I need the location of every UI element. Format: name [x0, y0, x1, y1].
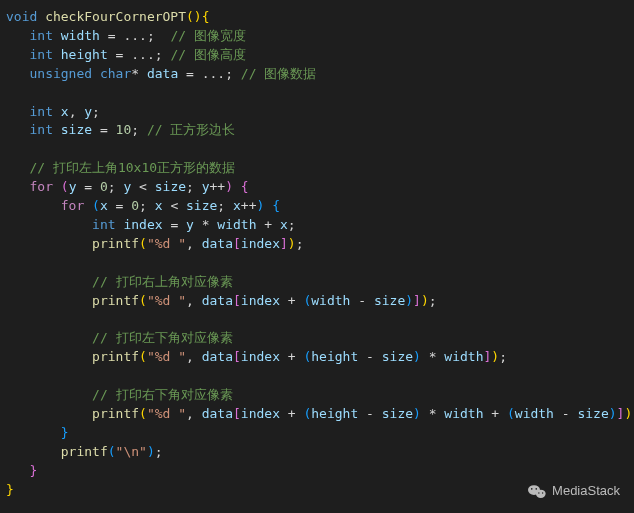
- punct: ;: [155, 444, 163, 459]
- comment: // 打印右上角对应像素: [92, 274, 232, 289]
- paren: (: [507, 406, 515, 421]
- brace: }: [61, 425, 69, 440]
- var: index: [123, 217, 162, 232]
- fn-call: printf: [92, 293, 139, 308]
- wechat-icon: [528, 484, 546, 499]
- punct: ;: [296, 236, 304, 251]
- keyword: char: [100, 66, 131, 81]
- var: width: [444, 349, 483, 364]
- op: +: [264, 217, 272, 232]
- var: y: [69, 179, 77, 194]
- bracket: [: [233, 406, 241, 421]
- comment: // 打印左上角10x10正方形的数据: [29, 160, 235, 175]
- var: y: [123, 179, 131, 194]
- keyword-for: for: [61, 198, 84, 213]
- var: size: [186, 198, 217, 213]
- op: =: [116, 198, 124, 213]
- keyword: int: [92, 217, 115, 232]
- var: size: [382, 349, 413, 364]
- comment: // 打印左下角对应像素: [92, 330, 232, 345]
- paren: (: [92, 198, 100, 213]
- var: width: [61, 28, 100, 43]
- bracket: [: [233, 349, 241, 364]
- var: size: [61, 122, 92, 137]
- keyword-for: for: [29, 179, 52, 194]
- op: -: [366, 349, 374, 364]
- paren: (: [61, 179, 69, 194]
- punct: ;: [131, 122, 139, 137]
- punct: ;: [429, 293, 437, 308]
- var: size: [374, 293, 405, 308]
- punct: ,: [69, 104, 77, 119]
- svg-point-4: [538, 492, 539, 493]
- bracket: ]: [413, 293, 421, 308]
- paren: ): [413, 406, 421, 421]
- code-block: void checkFourCornerOPT(){ int width = .…: [0, 0, 634, 508]
- comment: // 图像数据: [241, 66, 316, 81]
- var: index: [241, 349, 280, 364]
- bracket: ]: [280, 236, 288, 251]
- op: +: [288, 293, 296, 308]
- paren: (: [139, 406, 147, 421]
- paren: ): [194, 9, 202, 24]
- svg-point-2: [531, 488, 533, 490]
- var: y: [84, 104, 92, 119]
- comment: // 正方形边长: [147, 122, 235, 137]
- var: width: [311, 293, 350, 308]
- keyword: unsigned: [29, 66, 92, 81]
- op: -: [366, 406, 374, 421]
- var: height: [311, 406, 358, 421]
- var: y: [186, 217, 194, 232]
- paren: ): [491, 349, 499, 364]
- punct: ;: [108, 179, 116, 194]
- var: data: [202, 406, 233, 421]
- bracket: [: [233, 293, 241, 308]
- paren: (: [108, 444, 116, 459]
- op: *: [429, 406, 437, 421]
- op: =: [170, 217, 178, 232]
- paren: (: [186, 9, 194, 24]
- punct: ;: [499, 349, 507, 364]
- keyword: int: [29, 122, 52, 137]
- paren: ): [147, 444, 155, 459]
- var: width: [217, 217, 256, 232]
- brace: {: [272, 198, 280, 213]
- fn-call: printf: [92, 236, 139, 251]
- op: =: [84, 179, 92, 194]
- var: size: [155, 179, 186, 194]
- paren: ): [257, 198, 265, 213]
- keyword: int: [29, 47, 52, 62]
- number: 0: [131, 198, 139, 213]
- var: height: [311, 349, 358, 364]
- var: width: [515, 406, 554, 421]
- punct: ;: [92, 104, 100, 119]
- string: "\n": [116, 444, 147, 459]
- op: ++: [241, 198, 257, 213]
- var: y: [202, 179, 210, 194]
- keyword-void: void: [6, 9, 37, 24]
- punct: = ...;: [178, 66, 241, 81]
- paren: (: [139, 236, 147, 251]
- var: width: [444, 406, 483, 421]
- paren: ): [609, 406, 617, 421]
- fn-call: printf: [61, 444, 108, 459]
- var: x: [155, 198, 163, 213]
- var: index: [241, 293, 280, 308]
- op: *: [131, 66, 139, 81]
- var: data: [202, 293, 233, 308]
- var: x: [280, 217, 288, 232]
- op: *: [202, 217, 210, 232]
- var: index: [241, 236, 280, 251]
- op: +: [288, 406, 296, 421]
- keyword: int: [29, 28, 52, 43]
- punct: ;: [186, 179, 194, 194]
- op: -: [358, 293, 366, 308]
- op: +: [491, 406, 499, 421]
- bracket: [: [233, 236, 241, 251]
- var: data: [147, 66, 178, 81]
- punct: ,: [186, 406, 194, 421]
- paren: ): [225, 179, 233, 194]
- fn-call: printf: [92, 349, 139, 364]
- number: 0: [100, 179, 108, 194]
- var: x: [100, 198, 108, 213]
